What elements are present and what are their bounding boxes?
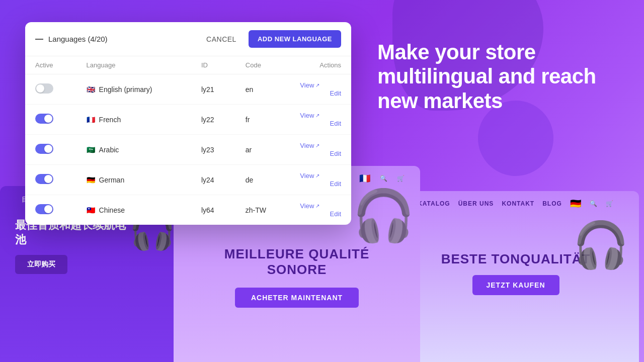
- language-id-ar: ly23: [191, 135, 235, 165]
- view-link-zh-TW[interactable]: View ↗: [300, 202, 335, 210]
- table-row: 🇩🇪Germanly24de View ↗ Edit: [25, 165, 351, 195]
- de-cta-button[interactable]: JETZT KAUFEN: [472, 275, 559, 295]
- language-toggle-de[interactable]: [35, 174, 53, 184]
- add-language-button[interactable]: ADD NEW LANGUAGE: [249, 30, 341, 48]
- language-id-de: ly24: [191, 165, 235, 195]
- view-link-en[interactable]: View ↗: [300, 81, 335, 89]
- language-code-de: de: [235, 165, 290, 195]
- actions-cell-zh-TW: View ↗ Edit: [290, 195, 351, 225]
- actions-cell-en: View ↗ Edit: [290, 74, 351, 105]
- headline-line2: multilingual and reach: [377, 64, 596, 88]
- table-header-row: Active Language ID Code Actions: [25, 56, 351, 74]
- toggle-cell-3: [25, 165, 76, 195]
- modal-header: Languages (4/20) CANCEL ADD NEW LANGUAGE: [25, 22, 351, 56]
- table-row: 🇬🇧English (primary)ly21en View ↗ Edit: [25, 74, 351, 105]
- modal-title: Languages (4/20): [48, 35, 108, 43]
- language-id-fr: ly22: [191, 105, 235, 135]
- fr-hero-title: MEILLEURE QUALITÉ SONORE: [194, 246, 400, 278]
- actions-cell-fr: View ↗ Edit: [290, 105, 351, 135]
- language-code-ar: ar: [235, 135, 290, 165]
- language-id-zh-TW: ly64: [191, 195, 235, 225]
- lang-flag-de: 🇩🇪: [87, 176, 95, 184]
- fr-flag: 🇫🇷: [359, 173, 371, 184]
- modal-dash-icon: [35, 39, 43, 40]
- de-cart-icon[interactable]: 🛒: [606, 200, 614, 207]
- view-link-ar[interactable]: View ↗: [300, 142, 335, 149]
- language-name-de: 🇩🇪German: [76, 165, 191, 195]
- language-toggle-ar[interactable]: [35, 144, 53, 154]
- fr-cta-button[interactable]: ACHETER MAINTENANT: [235, 288, 359, 308]
- col-active: Active: [25, 56, 76, 74]
- language-toggle-en[interactable]: [35, 83, 53, 94]
- language-name-en: 🇬🇧English (primary): [76, 74, 191, 105]
- col-id: ID: [191, 56, 235, 74]
- language-name-zh-TW: 🇹🇼Chinese: [76, 195, 191, 225]
- cancel-button[interactable]: CANCEL: [198, 31, 245, 47]
- fr-airpods-illustration: 🎧: [352, 186, 415, 245]
- language-code-en: en: [235, 74, 290, 105]
- view-link-de[interactable]: View ↗: [300, 172, 335, 179]
- language-toggle-fr[interactable]: [35, 114, 53, 124]
- edit-link-de[interactable]: Edit: [330, 180, 341, 188]
- view-link-fr[interactable]: View ↗: [300, 112, 335, 119]
- de-airpods-illustration: 🎧: [573, 219, 629, 272]
- fr-cart-icon[interactable]: 🛒: [397, 175, 405, 182]
- edit-link-fr[interactable]: Edit: [330, 120, 341, 127]
- language-toggle-zh-TW[interactable]: [35, 204, 53, 214]
- lang-flag-en: 🇬🇧: [87, 85, 95, 94]
- de-nav-blog[interactable]: BLOG: [542, 200, 562, 207]
- languages-table: Active Language ID Code Actions 🇬🇧Englis…: [25, 56, 351, 225]
- edit-link-ar[interactable]: Edit: [330, 150, 341, 157]
- table-row: 🇹🇼Chinesely64zh-TW View ↗ Edit: [25, 195, 351, 225]
- actions-cell-de: View ↗ Edit: [290, 165, 351, 195]
- language-name-ar: 🇸🇦Arabic: [76, 135, 191, 165]
- language-name-fr: 🇫🇷French: [76, 105, 191, 135]
- lang-flag-zh-TW: 🇹🇼: [87, 206, 95, 214]
- lang-flag-ar: 🇸🇦: [87, 146, 95, 154]
- edit-link-zh-TW[interactable]: Edit: [330, 210, 341, 218]
- actions-cell-ar: View ↗ Edit: [290, 135, 351, 165]
- zh-cta-button[interactable]: 立即购买: [15, 255, 67, 274]
- de-nav-about[interactable]: ÜBER UNS: [458, 200, 494, 207]
- modal-title-section: Languages (4/20): [35, 35, 108, 43]
- de-flag: 🇩🇪: [570, 198, 582, 209]
- headline: Make your store multilingual and reach n…: [377, 40, 624, 113]
- languages-modal: Languages (4/20) CANCEL ADD NEW LANGUAGE…: [25, 22, 351, 225]
- de-nav-katalog[interactable]: KATALOG: [418, 200, 450, 207]
- edit-link-en[interactable]: Edit: [330, 89, 341, 97]
- language-id-en: ly21: [191, 74, 235, 105]
- lang-flag-fr: 🇫🇷: [87, 116, 95, 124]
- de-hero: 🎧 BESTE TONQUALITÄT JETZT KAUFEN: [392, 216, 639, 337]
- toggle-cell-0: [25, 74, 76, 105]
- col-language: Language: [76, 56, 191, 74]
- headline-line1: Make your store: [377, 40, 536, 64]
- fr-search-icon[interactable]: 🔍: [380, 175, 388, 182]
- table-row: 🇫🇷Frenchly22fr View ↗ Edit: [25, 105, 351, 135]
- headline-line3: new markets: [377, 89, 503, 113]
- page-layout: Languages (4/20) CANCEL ADD NEW LANGUAGE…: [0, 0, 644, 362]
- language-code-zh-TW: zh-TW: [235, 195, 290, 225]
- table-row: 🇸🇦Arabicly23ar View ↗ Edit: [25, 135, 351, 165]
- modal-actions: CANCEL ADD NEW LANGUAGE: [198, 30, 341, 48]
- toggle-cell-1: [25, 105, 76, 135]
- store-preview-german: KATALOG ÜBER UNS KONTAKT BLOG 🇩🇪 🔍 🛒 🎧 B…: [392, 191, 639, 362]
- toggle-cell-2: [25, 135, 76, 165]
- toggle-cell-4: [25, 195, 76, 225]
- de-nav-contact[interactable]: KONTAKT: [502, 200, 534, 207]
- col-actions: Actions: [290, 56, 351, 74]
- de-search-icon[interactable]: 🔍: [590, 200, 598, 207]
- col-code: Code: [235, 56, 290, 74]
- de-nav-bar: KATALOG ÜBER UNS KONTAKT BLOG 🇩🇪 🔍 🛒: [392, 191, 639, 216]
- language-code-fr: fr: [235, 105, 290, 135]
